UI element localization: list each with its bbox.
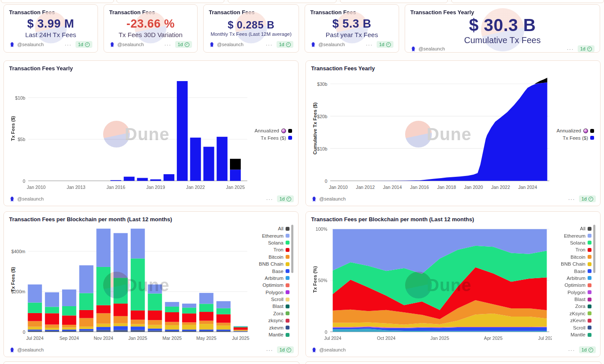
refresh-age-badge[interactable]: 1d✓: [377, 41, 393, 48]
card-menu-button[interactable]: ···: [266, 347, 273, 353]
legend-item-ethereum[interactable]: Ethereum: [552, 232, 591, 239]
card-menu-button[interactable]: ···: [568, 196, 575, 202]
legend-label: Arbitrum: [265, 276, 283, 281]
card-menu-button[interactable]: ···: [266, 41, 273, 48]
author-link[interactable]: @sealaunch: [311, 196, 346, 201]
legend-item-polygon[interactable]: Polygon: [250, 289, 289, 296]
legend-item-base[interactable]: Base: [250, 267, 289, 274]
chart-title[interactable]: Transaction Fees Yearly: [9, 65, 294, 72]
legend-item-mantle[interactable]: Mantle: [250, 331, 289, 338]
legend-item-bnb-chain[interactable]: BNB Chain: [250, 260, 289, 267]
card-menu-button[interactable]: ···: [266, 196, 273, 202]
kpi-subtitle: Tx Fees 30D Variation: [119, 31, 182, 38]
legend-item-scroll[interactable]: Scroll: [250, 296, 289, 303]
author-handle: @sealaunch: [418, 46, 445, 51]
author-link[interactable]: @sealaunch: [9, 42, 44, 47]
legend-swatch: [588, 326, 591, 329]
svg-text:Jan 2020: Jan 2020: [464, 185, 483, 190]
refresh-age-badge[interactable]: 1d✓: [578, 45, 595, 52]
legend-label: Base: [574, 269, 585, 274]
author-link[interactable]: @sealaunch: [311, 347, 346, 352]
legend-item-optimism[interactable]: Optimism: [250, 282, 289, 289]
legend-item-all[interactable]: All: [552, 225, 591, 232]
legend-item-tx-fees-[interactable]: Tx Fees ($): [250, 135, 292, 141]
refresh-age-badge[interactable]: 1d✓: [579, 346, 596, 353]
legend-item-tx-fees-[interactable]: Tx Fees ($): [552, 135, 594, 141]
author-link[interactable]: @sealaunch: [209, 42, 243, 47]
author-link[interactable]: @sealaunch: [9, 347, 44, 352]
legend-item-solana[interactable]: Solana: [552, 239, 591, 246]
legend-item-mantle[interactable]: Mantle: [552, 331, 591, 338]
legend-scrollbar-thumb[interactable]: [291, 225, 293, 273]
legend-item-zksync[interactable]: zksync: [250, 317, 289, 324]
per-chain-stacked-bar-chart[interactable]: 0$200m$400mTx Fees ($)Jul 2024Sep 2024No…: [9, 223, 250, 345]
chart-title[interactable]: Transaction Fees per Blockchain per mont…: [9, 216, 294, 223]
legend-item-polygon[interactable]: Polygon: [552, 289, 591, 296]
legend-item-bitcoin[interactable]: Bitcoin: [250, 254, 289, 260]
legend-item-arbitrum[interactable]: Arbitrum: [250, 275, 289, 282]
author-link[interactable]: @sealaunch: [9, 196, 44, 201]
legend-item-zkevm[interactable]: zkevm: [250, 324, 289, 331]
author-link[interactable]: @sealaunch: [410, 46, 445, 51]
svg-text:Jan 2022: Jan 2022: [186, 185, 205, 190]
chart-title[interactable]: Transaction Fees per Blockchain per mont…: [311, 216, 596, 223]
card-above-edge: [228, 0, 337, 3]
legend-item-tron[interactable]: Tron: [250, 246, 289, 253]
legend-item-bitcoin[interactable]: Bitcoin: [552, 254, 591, 260]
legend-item-annualized[interactable]: Annualized: [552, 127, 594, 134]
chart-title[interactable]: Transaction Fees Yearly: [311, 65, 596, 72]
legend-swatch: [590, 136, 594, 140]
legend-item-base[interactable]: Base: [552, 267, 591, 274]
card-menu-button[interactable]: ···: [164, 41, 171, 48]
card-menu-button[interactable]: ···: [568, 347, 575, 353]
chart-card-yearly-bars: Transaction Fees Yearly 0$5b$10bTx Fees …: [3, 60, 299, 206]
card-menu-button[interactable]: ···: [567, 46, 574, 52]
refresh-age-badge[interactable]: 1d✓: [277, 41, 293, 48]
legend-item-blast[interactable]: Blast: [552, 296, 591, 303]
legend-item-all[interactable]: All: [250, 225, 289, 232]
author-handle: @sealaunch: [17, 347, 44, 352]
legend-swatch: [588, 227, 591, 231]
legend-label: All: [278, 226, 283, 231]
legend-item-arbitrum[interactable]: Arbitrum: [552, 275, 591, 282]
legend-scrollbar-thumb[interactable]: [593, 225, 595, 273]
refresh-age-badge[interactable]: 1d✓: [277, 195, 294, 202]
check-icon: ✓: [587, 47, 592, 51]
card-menu-button[interactable]: ···: [366, 41, 373, 48]
legend-label: zksync: [268, 318, 283, 323]
refresh-age-badge[interactable]: 1d✓: [76, 41, 92, 48]
legend-swatch: [588, 276, 591, 280]
cumulative-tx-fees-area-chart[interactable]: 0$10b$20b$30bCumulative Tx Fees ($)Jan 2…: [311, 72, 552, 195]
per-chain-percent-area-chart[interactable]: 050%100%Tx Fees (%)Jul 2024Oct 2024Jan 2…: [311, 223, 552, 345]
legend-item-solana[interactable]: Solana: [250, 239, 289, 246]
legend-item-bnb-chain[interactable]: BNB Chain: [552, 260, 591, 267]
refresh-age-badge[interactable]: 1d✓: [175, 41, 192, 48]
card-above-edge: [340, 0, 448, 3]
legend-item-ethereum[interactable]: Ethereum: [250, 232, 289, 239]
legend-item-zkevm[interactable]: zKevm: [552, 317, 591, 324]
legend-item-tron[interactable]: Tron: [552, 246, 591, 253]
svg-text:Apr 2025: Apr 2025: [484, 336, 503, 341]
chart-card-cumulative-area: Transaction Fees Yearly 0$10b$20b$30bCum…: [305, 60, 601, 206]
legend-label: Arbitrum: [567, 276, 585, 281]
legend-item-scroll[interactable]: Scroll: [552, 324, 591, 331]
svg-text:May 2025: May 2025: [196, 336, 217, 341]
legend-item-blast[interactable]: Blast: [250, 303, 289, 310]
author-link[interactable]: @sealaunch: [109, 42, 144, 47]
legend-swatch: [288, 129, 292, 133]
legend-label: All: [580, 226, 585, 231]
legend-item-zksync[interactable]: zKsync: [552, 310, 591, 317]
refresh-age-badge[interactable]: 1d✓: [579, 195, 596, 202]
yearly-tx-fees-bar-chart[interactable]: 0$5b$10bTx Fees ($)Jan 2010Jan 2013Jan 2…: [9, 72, 250, 195]
check-icon: ✓: [286, 42, 291, 47]
legend-swatch: [286, 234, 289, 238]
legend-item-zora[interactable]: Zora: [250, 310, 289, 317]
card-menu-button[interactable]: ···: [65, 41, 72, 48]
legend-swatch: [588, 269, 591, 273]
legend-swatch: [286, 283, 289, 287]
refresh-age-badge[interactable]: 1d✓: [277, 346, 294, 353]
legend-item-optimism[interactable]: Optimism: [552, 282, 591, 289]
legend-item-annualized[interactable]: Annualized: [250, 127, 292, 134]
legend-item-zora[interactable]: Zora: [552, 303, 591, 310]
author-link[interactable]: @sealaunch: [310, 42, 345, 47]
